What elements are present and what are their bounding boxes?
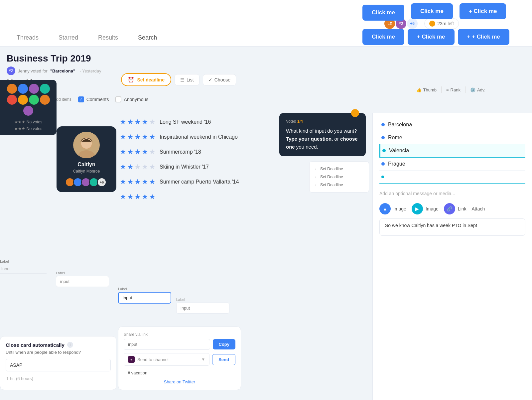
vote-label-barcelona: Barcelona [388, 122, 412, 128]
channel-hashtag: # vacation [128, 370, 147, 375]
star-6-5: ★ [149, 193, 156, 201]
message-text-input[interactable]: So we know Caitlyn has a week PTO in Sep… [379, 218, 525, 236]
star-3-5: ★ [149, 148, 156, 156]
vote-dot-prague [381, 162, 385, 166]
list-view-button[interactable]: ☰ List [175, 74, 200, 85]
close-card-section: Close card automatically i Until when ar… [0, 336, 116, 390]
tab-starred[interactable]: Starred [49, 30, 88, 46]
stars-6: ★ ★ ★ ★ ★ [120, 193, 156, 201]
send-button[interactable]: Send [212, 354, 235, 365]
adv-label: Adv. [477, 87, 485, 92]
star-5-5: ★ [149, 178, 156, 186]
form-input-2[interactable] [118, 292, 171, 304]
star-2-1: ★ [120, 133, 126, 141]
grid-avatar-3 [29, 84, 39, 94]
attach-action[interactable]: Attach [472, 206, 485, 211]
share-twitter-link[interactable]: Share on Twitter [124, 379, 235, 384]
vote-option-prague: Prague [379, 158, 525, 171]
link-action[interactable]: 🔗 Link [444, 203, 466, 214]
grid-avatar-2 [18, 84, 28, 94]
share-label: Share via link [124, 332, 235, 337]
star-4-5: ★ [149, 163, 156, 171]
close-option-asap[interactable]: ASAP [6, 359, 111, 371]
share-input-row: Copy [124, 339, 235, 350]
tooltip-card: Voted 1/4 What kind of input do you want… [279, 113, 366, 156]
vote-label-valencia: Valencia [389, 148, 409, 154]
share-input[interactable] [124, 339, 210, 350]
attach-label: Attach [472, 206, 485, 211]
deadline-item-2[interactable]: ← Set Deadline [314, 173, 364, 181]
form-label-0: Label [0, 259, 47, 263]
tab-search[interactable]: Search [128, 30, 167, 46]
form-input-0[interactable]: input [0, 264, 47, 274]
star-3-2: ★ [127, 148, 134, 156]
jenny-vote-row: YZ Jenny voted for "Barcelona" · Yesterd… [7, 67, 101, 75]
channel-select-arrow: ▼ [201, 357, 205, 362]
svg-point-1 [78, 150, 95, 158]
comments-checkbox[interactable]: ✓ [78, 96, 84, 102]
comments-checkbox-label[interactable]: ✓ Comments [78, 96, 109, 102]
anonymous-checkbox[interactable] [115, 96, 121, 102]
click-me-btn-4[interactable]: Click me [362, 29, 404, 45]
star-item-3-label: Summercamp '18 [160, 149, 201, 155]
copy-button[interactable]: Copy [213, 339, 236, 349]
rank-label: Rank [451, 87, 461, 92]
tab-results[interactable]: Results [88, 30, 128, 46]
click-me-btn-1[interactable]: Click me [362, 5, 404, 21]
form-label-2: Label [118, 287, 171, 291]
tooltip-text3: you need. [296, 144, 318, 150]
tab-threads[interactable]: Threads [7, 30, 49, 46]
image-label-2: Image [426, 206, 439, 211]
anonymous-checkbox-label[interactable]: Anonymous [115, 96, 148, 102]
no-votes-label-2: No votes [27, 126, 42, 131]
click-me-btn-3[interactable]: Click me [460, 3, 506, 19]
divider-1 [441, 86, 442, 93]
jenny-place: "Barcelona" [50, 68, 75, 73]
new-vote-input[interactable] [387, 174, 523, 180]
click-me-btn-2[interactable]: Click me [411, 3, 453, 19]
image-action-2[interactable]: ▶ Image [412, 203, 439, 214]
star-3-1: ★ [120, 148, 126, 156]
message-section: Add an optional message or media... [379, 188, 525, 199]
form-label-1: Label [56, 271, 109, 275]
star-2-2: ★ [127, 133, 134, 141]
star-5-1: ★ [120, 178, 126, 186]
vote-option-valencia: Valencia [379, 144, 525, 158]
deadline-label-2: Set Deadline [320, 175, 343, 179]
deadline-arrow-3: ← [314, 183, 318, 187]
click-me-btn-5[interactable]: + Click me [408, 29, 455, 45]
form-input-1[interactable] [56, 276, 109, 287]
click-me-btn-6[interactable]: + Click me [458, 29, 509, 45]
no-votes-label-1: No votes [27, 120, 42, 124]
send-channel-input[interactable]: # Send to channel ▼ [124, 353, 209, 366]
star-item-1: ★ ★ ★ ★ ★ Long SF weekend '16 [120, 115, 279, 130]
image-action-1[interactable]: ▲ Image [379, 203, 406, 214]
right-voting-panel: Barcelona Rome Valencia Prague Add an op… [372, 113, 532, 400]
star-1-3: ★ [134, 118, 141, 126]
check-mark: ✓ [79, 97, 82, 102]
rank-item[interactable]: ≡ Rank [446, 87, 461, 92]
share-section: Share via link Copy # Send to channel ▼ … [118, 327, 241, 390]
vote-label-prague: Prague [388, 161, 405, 167]
star-1-4: ★ [142, 118, 148, 126]
jenny-time: · Yesterday [80, 68, 101, 73]
choose-button[interactable]: ✓ Choose [203, 74, 236, 85]
main-area: ★★★ No votes ★★★ No votes Caitlyn Caitly… [0, 47, 532, 400]
set-deadline-button[interactable]: ⏰ Set deadline [121, 73, 171, 86]
deadline-item-1[interactable]: ← Set Deadline [314, 165, 364, 173]
grid-avatar-6 [18, 95, 28, 105]
star-1-2: ★ [127, 118, 134, 126]
star-item-5-label: Summer camp Puerto Vallarta '14 [160, 179, 239, 185]
send-channel-row: # Send to channel ▼ Send [124, 353, 235, 366]
info-icon[interactable]: i [67, 342, 73, 348]
form-input-group-3: Label [176, 298, 229, 314]
star-2-4: ★ [142, 133, 148, 141]
deadline-item-3[interactable]: ← Set Deadline [314, 181, 364, 189]
form-input-3[interactable] [176, 303, 229, 314]
deadline-arrow-1: ← [314, 167, 318, 171]
star-3-3: ★ [134, 148, 141, 156]
thumb-item[interactable]: 👍 Thumb [416, 87, 437, 92]
caitlyn-fullname: Caitlyn Monroe [62, 169, 111, 174]
adv-item[interactable]: ⚙️ Adv. [470, 87, 485, 92]
vote-dot-barcelona [381, 123, 385, 126]
